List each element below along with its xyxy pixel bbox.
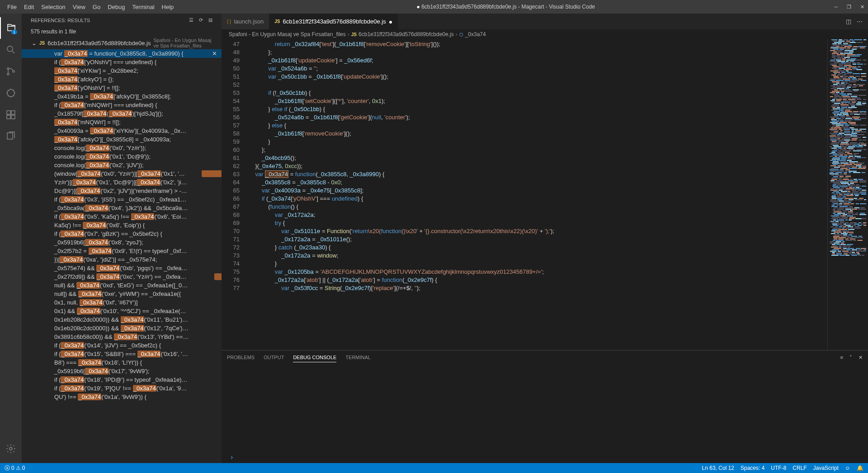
status-bell-icon[interactable]: 🔔 [857, 465, 863, 471]
editor-content[interactable]: 4748495051525354555657585960616263646566… [222, 39, 868, 350]
collapse-icon[interactable]: ˄ [849, 355, 852, 361]
breadcrumb-symbol[interactable]: _0x3a74 [465, 31, 486, 37]
more-icon[interactable]: ⋯ [857, 18, 863, 25]
tab-terminal[interactable]: TERMINAL [345, 353, 371, 362]
result-file[interactable]: ⌄ JS 6cb1e31ff2f343a9d576d889bfcbde0e.js… [22, 37, 222, 49]
svg-point-0 [7, 46, 13, 52]
result-line[interactable]: _0x575e74) && _0x3a74('0xb', 'pgqs') == … [22, 264, 222, 272]
result-line[interactable]: _0x18579f[_0x3a74(_0x3a74)['hjdSJq'](); [22, 109, 222, 118]
source-control-icon[interactable] [0, 61, 22, 82]
result-line[interactable]: _0x5919b6[_0x3a74('0x8', 'zyoJ'); [22, 238, 222, 247]
filter-icon[interactable]: ≡ [840, 355, 843, 361]
bottom-panel: PROBLEMS OUTPUT DEBUG CONSOLE TERMINAL ≡… [222, 350, 868, 463]
result-line[interactable]: Ka5q') !== _0x3a74('0x6', 'Eoip')) { [22, 221, 222, 229]
result-line[interactable]: _0x3a74['afckyO'][_0x3855c8] = _0x40093a… [22, 135, 222, 144]
result-line[interactable]: console.log(_0x3a74('0x0', 'Yz#r')); [22, 144, 222, 152]
panel-tabs: PROBLEMS OUTPUT DEBUG CONSOLE TERMINAL ≡… [222, 351, 868, 364]
status-errors[interactable]: ⓧ 0 ⚠ 0 [5, 464, 25, 472]
status-language[interactable]: JavaScript [813, 465, 839, 471]
result-line[interactable]: if (_0x3a74('0x19', 'P]QU' !== _0x3a74('… [22, 384, 222, 393]
references-icon[interactable] [0, 126, 22, 147]
menu-help[interactable]: Help [158, 2, 178, 12]
tab-js-file[interactable]: JS 6cb1e31ff2f343a9d576d889bfcbde0e.js ● [269, 14, 398, 29]
result-line[interactable]: _0x3a74['afckyO'] = {}; [22, 75, 222, 84]
result-line[interactable]: B8') === _0x3a74('0x16', 'L!Yt')) { [22, 358, 222, 367]
result-line[interactable]: _0x27f2d9]) && _0x3a74('0xc', 'Yz#r') ==… [22, 272, 222, 281]
minimize-icon[interactable]: ─ [834, 4, 838, 10]
result-line[interactable]: _0x419b1a = _0x3a74['afckyO'][_0x3855c8]… [22, 92, 222, 101]
result-line[interactable]: null) && _0x3a74('0xd', 'tExG') == _0xfe… [22, 281, 222, 290]
refresh-icon[interactable]: ⟳ [199, 17, 203, 23]
menu-file[interactable]: File [4, 2, 20, 12]
result-line[interactable]: null]) && _0x3a74('0xe', 'y#WM') == _0xf… [22, 290, 222, 298]
panel-header: REFERENCES: RESULTS ☰ ⟳ ⊟ [22, 14, 222, 27]
result-line[interactable]: (window[_0x3a74('0x0', 'Yz#r')][_0x3a74(… [22, 169, 222, 178]
result-line[interactable]: Dc@9')][_0x3a74('0x2', 'jiJV')]('renderI… [22, 187, 222, 195]
result-line[interactable]: Yz#r')][_0x3a74('0x1', 'Dc@9')][_0x3a74(… [22, 178, 222, 187]
tab-output[interactable]: OUTPUT [264, 353, 284, 362]
minimap[interactable] [827, 39, 868, 350]
result-line[interactable]: _0x5919b6[_0x3a74('0x17', '9vW9'); [22, 367, 222, 375]
menu-debug[interactable]: Debug [104, 2, 128, 12]
result-line[interactable]: if (_0x3a74('0x3', 'jIS5') == _0x5bef2c)… [22, 195, 222, 204]
result-line[interactable]: 0x1, null, _0x3a74('0xf', '#67Y')] [22, 298, 222, 307]
menu-view[interactable]: View [69, 2, 89, 12]
menu-edit[interactable]: Edit [20, 2, 38, 12]
result-line[interactable]: 0x1eb208c2dc0000)) && _0x3a74('0x11', 'B… [22, 315, 222, 324]
explorer-icon[interactable]: 1 [0, 17, 22, 39]
maximize-icon[interactable]: ❐ [847, 4, 851, 10]
result-line[interactable]: if (_0x3a74['yONshV'] === undefined) { [22, 58, 222, 66]
menu-selection[interactable]: Selection [38, 2, 69, 12]
result-line[interactable]: })[_0x3a74('0xa', ')diZ')] == _0x575e74; [22, 255, 222, 264]
result-line[interactable]: _0x2f57b2 = _0x3a74('0x9', 'E!(t') == ty… [22, 247, 222, 255]
debug-icon[interactable] [0, 82, 22, 104]
result-line[interactable]: if (_0x3a74('0x14', 'jiJV') == _0x5bef2c… [22, 341, 222, 350]
result-line[interactable]: if (_0x3a74['mNQWrl'] === undefined) { [22, 101, 222, 109]
status-spaces[interactable]: Spaces: 4 [741, 465, 764, 471]
menu-go[interactable]: Go [89, 2, 104, 12]
json-file-icon: { } [227, 19, 231, 24]
status-ln-col[interactable]: Ln 63, Col 12 [702, 465, 734, 471]
result-line[interactable]: _0x5bca9a(_0x3a74('0x4', 'jJk2')) && _0x… [22, 204, 222, 212]
code-area[interactable]: return _0x32af84['test'](_0x1b61f8['remo… [249, 39, 827, 350]
list-icon[interactable]: ☰ [189, 17, 193, 23]
breadcrumb-folder[interactable]: Spafoni - En Uygun Masaj ve Spa Fırsatla… [229, 31, 346, 37]
close-icon[interactable]: ✕ [860, 4, 864, 10]
result-line[interactable]: console.log(_0x3a74('0x2', 'jiJV')); [22, 161, 222, 169]
settings-icon[interactable] [0, 438, 22, 459]
clear-icon[interactable]: ⊟ [208, 17, 212, 23]
result-line[interactable]: _0x3a74['xiYKiw'] = _0x28bee2; [22, 66, 222, 75]
status-feedback-icon[interactable]: ☺ [845, 465, 850, 471]
result-line[interactable]: 0x1) && _0x3a74('0x10', '^^5CJ') == _0xf… [22, 307, 222, 315]
result-line[interactable]: _0x3a74['mNQWrl'] = !![]; [22, 118, 222, 126]
result-line[interactable]: if (_0x3a74('0x5', 'Ka5q') !== _0x3a74('… [22, 212, 222, 221]
result-line[interactable]: QU') !== _0x3a74('0x1a', '9vW9')) { [22, 393, 222, 401]
breadcrumb-file[interactable]: 6cb1e31ff2f343a9d576d889bfcbde0e.js [359, 31, 454, 37]
close-panel-icon[interactable]: ✕ [859, 355, 863, 361]
result-line[interactable]: 0x3891c6b58c00)) && _0x3a74('0x13', 'iYB… [22, 333, 222, 341]
split-editor-icon[interactable]: ◫ [846, 18, 851, 25]
status-eol[interactable]: CRLF [793, 465, 807, 471]
svg-rect-7 [7, 115, 10, 119]
result-line[interactable]: _0x40093a = _0x3a74['xiYKiw'](_0x40093a,… [22, 126, 222, 135]
result-line[interactable]: var _0x3a74 = function(_0x3855c8, _0x3a8… [22, 49, 222, 58]
results-list[interactable]: var _0x3a74 = function(_0x3855c8, _0x3a8… [22, 49, 222, 463]
result-line[interactable]: _0x3a74['yONshV'] = !![]; [22, 84, 222, 92]
breadcrumbs[interactable]: Spafoni - En Uygun Masaj ve Spa Fırsatla… [222, 29, 868, 39]
extensions-icon[interactable] [0, 104, 22, 126]
result-line[interactable]: if (_0x3a74('0x7', 'gBzK') == _0x5bef2c)… [22, 229, 222, 238]
tab-launch-json[interactable]: { } launch.json [222, 14, 269, 29]
search-icon[interactable] [0, 39, 22, 61]
result-line[interactable]: if (_0x3a74('0x15', 'S&B8') === _0x3a74(… [22, 350, 222, 358]
window-controls: ─ ❐ ✕ [834, 4, 864, 10]
debug-console-content[interactable]: › [222, 364, 868, 463]
dismiss-icon[interactable]: ✕ [212, 50, 217, 57]
menu-terminal[interactable]: Terminal [128, 2, 158, 12]
js-file-icon: JS [39, 41, 45, 46]
result-line[interactable]: 0x1eb208c2dc0000)) && _0x3a74('0x12', '7… [22, 324, 222, 333]
result-line[interactable]: if (_0x3a74('0x18', 'IPD@') == typeof _0… [22, 375, 222, 384]
status-encoding[interactable]: UTF-8 [771, 465, 786, 471]
tab-debug-console[interactable]: DEBUG CONSOLE [293, 353, 336, 362]
tab-problems[interactable]: PROBLEMS [227, 353, 255, 362]
result-line[interactable]: console.log(_0x3a74('0x1', 'Dc@9')); [22, 152, 222, 161]
